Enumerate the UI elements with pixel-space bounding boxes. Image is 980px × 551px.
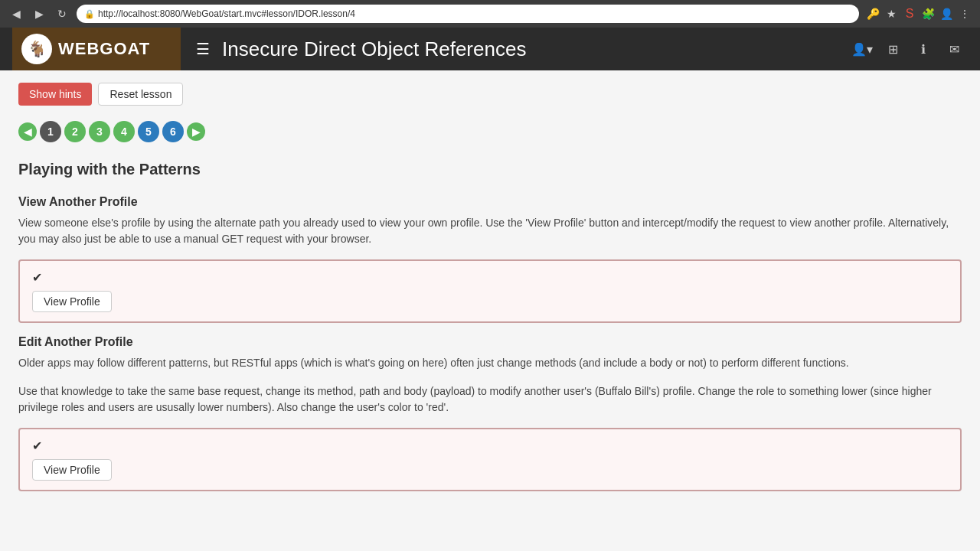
section2-description1: Older apps may follow different patterns… — [18, 355, 962, 371]
app-container: 🐐 WEBGOAT ☰ Insecure Direct Object Refer… — [0, 28, 980, 551]
extension2-icon[interactable]: 🧩 — [920, 6, 936, 21]
section2-title: Edit Another Profile — [18, 335, 962, 349]
lock-icon: 🔒 — [84, 9, 95, 19]
content-area: Show hints Reset lesson ◀ 1 2 3 4 5 6 ▶ … — [0, 70, 980, 551]
top-nav: 🐐 WEBGOAT ☰ Insecure Direct Object Refer… — [0, 28, 980, 70]
page-4-button[interactable]: 4 — [113, 121, 135, 142]
page-6-button[interactable]: 6 — [162, 121, 184, 142]
section2-description2: Use that knowledge to take the same base… — [18, 383, 962, 416]
main-content: Show hints Reset lesson ◀ 1 2 3 4 5 6 ▶ … — [0, 70, 980, 551]
section2-checkmark: ✔ — [32, 439, 948, 453]
address-bar[interactable]: 🔒 http://localhost:8080/WebGoat/start.mv… — [77, 5, 859, 23]
section2-view-profile-button[interactable]: View Profile — [32, 459, 112, 481]
goat-icon: 🐐 — [28, 40, 47, 58]
user-dropdown-button[interactable]: 👤▾ — [848, 35, 876, 63]
main-section-heading: Playing with the Patterns — [18, 161, 962, 178]
browser-actions: 🔑 ★ S 🧩 👤 ⋮ — [865, 6, 972, 21]
prev-page-button[interactable]: ◀ — [18, 122, 37, 141]
browser-chrome: ◀ ▶ ↻ 🔒 http://localhost:8080/WebGoat/st… — [0, 0, 980, 28]
profile-icon[interactable]: 👤 — [939, 6, 954, 21]
section1-profile-card: ✔ View Profile — [18, 259, 962, 323]
section1-title: View Another Profile — [18, 195, 962, 209]
extension1-icon[interactable]: S — [902, 6, 917, 21]
url-text: http://localhost:8080/WebGoat/start.mvc#… — [98, 8, 355, 19]
dashboard-button[interactable]: ⊞ — [879, 35, 906, 63]
bookmark-icon[interactable]: ★ — [884, 6, 899, 21]
logo-text: WEBGOAT — [58, 39, 150, 59]
nav-right-actions: 👤▾ ⊞ ℹ ✉ — [848, 35, 968, 63]
forward-button[interactable]: ▶ — [31, 5, 47, 22]
page-5-button[interactable]: 5 — [138, 121, 159, 142]
page-3-button[interactable]: 3 — [89, 121, 110, 142]
section1-view-profile-button[interactable]: View Profile — [32, 291, 112, 312]
section1-description: View someone else's profile by using the… — [18, 215, 962, 247]
page-title: Insecure Direct Object References — [222, 37, 848, 61]
reset-lesson-button[interactable]: Reset lesson — [98, 83, 183, 106]
extensions-icon[interactable]: 🔑 — [865, 6, 880, 21]
hamburger-button[interactable]: ☰ — [193, 37, 213, 61]
toolbar: Show hints Reset lesson — [18, 83, 962, 106]
next-page-button[interactable]: ▶ — [187, 122, 205, 141]
back-button[interactable]: ◀ — [8, 5, 24, 22]
info-button[interactable]: ℹ — [910, 35, 937, 63]
menu-icon[interactable]: ⋮ — [957, 6, 972, 21]
page-1-button[interactable]: 1 — [40, 121, 61, 142]
page-2-button[interactable]: 2 — [64, 121, 86, 142]
webgoat-logo: 🐐 — [21, 34, 52, 64]
refresh-button[interactable]: ↻ — [54, 5, 70, 22]
mail-button[interactable]: ✉ — [940, 35, 968, 63]
logo-area: 🐐 WEBGOAT — [12, 28, 181, 70]
section1-checkmark: ✔ — [32, 270, 948, 285]
section2-profile-card: ✔ View Profile — [18, 428, 962, 491]
pagination: ◀ 1 2 3 4 5 6 ▶ — [18, 121, 962, 142]
show-hints-button[interactable]: Show hints — [18, 83, 92, 106]
